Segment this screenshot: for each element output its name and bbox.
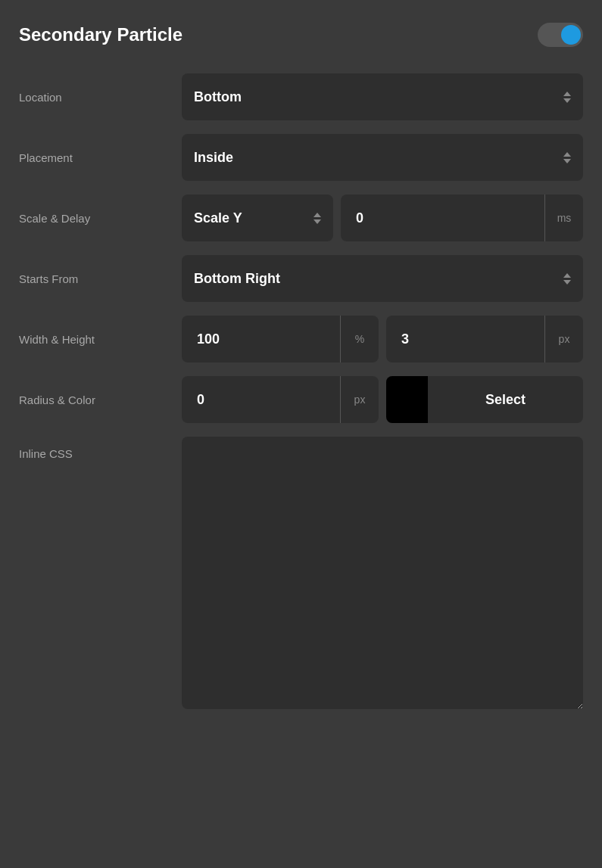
width-value: 100	[182, 331, 341, 347]
starts-from-control: Bottom Right	[182, 255, 583, 302]
chevron-up-icon	[563, 273, 571, 278]
height-input[interactable]: 3 px	[386, 316, 583, 362]
enabled-toggle[interactable]	[538, 23, 583, 47]
placement-control: Inside	[182, 134, 583, 181]
page-title: Secondary Particle	[19, 24, 182, 45]
inline-css-row: Inline CSS	[19, 437, 583, 709]
toggle-knob	[561, 25, 581, 45]
location-value: Bottom	[194, 89, 242, 105]
color-select-label: Select	[428, 392, 583, 408]
scale-value: Scale Y	[194, 210, 242, 226]
location-label: Location	[19, 91, 182, 104]
placement-label: Placement	[19, 151, 182, 164]
width-input[interactable]: 100 %	[182, 316, 379, 362]
width-height-control: 100 % 3 px	[182, 316, 583, 362]
chevron-up-icon	[563, 92, 571, 96]
radius-color-control: 0 px Select	[182, 376, 583, 423]
inline-css-control	[182, 437, 583, 709]
inline-css-label: Inline CSS	[19, 437, 182, 460]
chevron-down-icon	[563, 280, 571, 285]
radius-color-row: Radius & Color 0 px Select	[19, 376, 583, 423]
scale-select[interactable]: Scale Y	[182, 194, 333, 241]
divider	[544, 194, 545, 241]
divider	[544, 316, 545, 362]
chevron-up-icon	[313, 213, 321, 217]
inline-css-textarea[interactable]	[182, 437, 583, 709]
radius-color-label: Radius & Color	[19, 394, 182, 406]
divider	[340, 376, 341, 423]
delay-input[interactable]: 0 ms	[341, 194, 583, 241]
chevron-down-icon	[563, 159, 571, 163]
chevron-icon	[313, 213, 321, 224]
placement-row: Placement Inside	[19, 134, 583, 181]
color-select-button[interactable]: Select	[386, 376, 583, 423]
starts-from-row: Starts From Bottom Right	[19, 255, 583, 302]
radius-unit: px	[341, 394, 379, 406]
height-value: 3	[386, 331, 545, 347]
chevron-icon	[563, 273, 571, 285]
location-select[interactable]: Bottom	[182, 73, 583, 120]
header: Secondary Particle	[19, 23, 583, 47]
chevron-icon	[563, 152, 571, 163]
chevron-icon	[563, 92, 571, 103]
divider	[340, 316, 341, 362]
placement-select[interactable]: Inside	[182, 134, 583, 181]
width-height-row: Width & Height 100 % 3 px	[19, 316, 583, 362]
scale-delay-row: Scale & Delay Scale Y 0 ms	[19, 194, 583, 241]
chevron-up-icon	[563, 152, 571, 157]
width-height-label: Width & Height	[19, 333, 182, 346]
chevron-down-icon	[313, 219, 321, 224]
starts-from-select[interactable]: Bottom Right	[182, 255, 583, 302]
placement-value: Inside	[194, 150, 233, 166]
starts-from-label: Starts From	[19, 272, 182, 285]
delay-value: 0	[341, 210, 545, 226]
height-unit: px	[545, 333, 583, 345]
chevron-down-icon	[563, 98, 571, 103]
location-control: Bottom	[182, 73, 583, 120]
scale-delay-control: Scale Y 0 ms	[182, 194, 583, 241]
starts-from-value: Bottom Right	[194, 271, 280, 287]
delay-unit: ms	[545, 212, 583, 224]
width-unit: %	[341, 333, 379, 345]
location-row: Location Bottom	[19, 73, 583, 120]
radius-input[interactable]: 0 px	[182, 376, 379, 423]
scale-delay-label: Scale & Delay	[19, 212, 182, 225]
radius-value: 0	[182, 392, 341, 408]
color-swatch	[386, 376, 428, 423]
